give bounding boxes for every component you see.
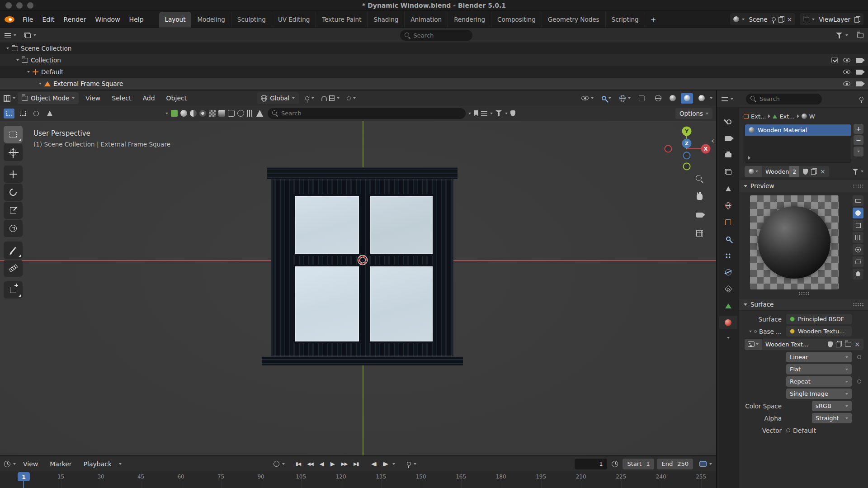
outliner-editor-type-icon[interactable] [5, 33, 11, 38]
shading-rendered-button[interactable] [695, 93, 708, 104]
material-filter-icon[interactable] [852, 169, 859, 175]
pin-scene-icon[interactable] [772, 17, 776, 21]
curve-falloff-icon[interactable] [237, 110, 244, 117]
outliner-row-label[interactable]: Scene Collection [21, 45, 71, 52]
close-window-button[interactable] [5, 2, 12, 9]
snap-target-icon[interactable] [329, 95, 335, 101]
menu-edit[interactable]: Edit [38, 14, 59, 25]
play-reverse-button[interactable]: ◀ [318, 459, 326, 469]
bookmark-icon[interactable] [474, 110, 478, 116]
tab-texture-paint[interactable]: Texture Paint [316, 12, 368, 28]
auto-keying-icon[interactable] [274, 461, 279, 467]
unlink-image-icon[interactable]: × [854, 341, 860, 347]
remove-material-slot-button[interactable]: − [854, 135, 863, 145]
preview-cube-button[interactable] [853, 220, 863, 231]
preview-shaderball-button[interactable] [853, 244, 863, 255]
browse-image-button[interactable] [745, 339, 762, 350]
vector-value[interactable]: Default [793, 427, 816, 434]
breadcrumb-data[interactable]: Ext... [779, 113, 794, 120]
menu-render[interactable]: Render [59, 14, 91, 25]
frame-step-caret-icon[interactable] [392, 463, 395, 465]
collection-exclude-checkbox[interactable] [831, 57, 838, 63]
previous-keyframe-button[interactable]: ◀◀ [305, 460, 315, 468]
snap-toggle-icon[interactable] [321, 96, 327, 101]
tab-sculpting[interactable]: Sculpting [231, 12, 272, 28]
shading-wireframe-button[interactable] [652, 93, 664, 104]
viewport-menu-object[interactable]: Object [162, 93, 192, 104]
unlink-scene-icon[interactable]: × [787, 16, 793, 23]
outliner-search-input[interactable] [414, 32, 468, 39]
browse-material-button[interactable] [745, 166, 762, 177]
properties-tab-output[interactable] [719, 148, 737, 162]
new-image-icon[interactable] [836, 341, 842, 347]
material-slot-row[interactable]: Wooden Material [745, 124, 851, 136]
shading-caret-icon[interactable] [710, 97, 712, 99]
properties-tab-modifiers[interactable] [719, 232, 737, 246]
playback-caret-icon[interactable] [119, 463, 122, 465]
hide-in-viewport-icon[interactable] [843, 70, 850, 74]
frame-start-field[interactable]: Start 1 [623, 459, 654, 469]
fake-user-icon[interactable] [803, 169, 808, 175]
minimize-window-button[interactable] [16, 2, 23, 9]
outliner-display-mode-icon[interactable] [24, 33, 31, 38]
new-view-layer-icon[interactable] [854, 16, 860, 23]
resize-handle-icon[interactable] [798, 291, 809, 295]
outliner-row-scene-collection[interactable]: Scene Collection [0, 43, 868, 54]
jump-to-start-button[interactable]: ▮◀ [294, 460, 302, 468]
shield-icon[interactable] [510, 110, 515, 116]
disable-in-renders-icon[interactable] [856, 81, 863, 86]
view-layer-name[interactable]: ViewLayer [817, 16, 852, 23]
brush-dropdown-caret-icon[interactable] [165, 113, 168, 114]
projection-dropdown[interactable]: Flat [786, 364, 852, 374]
tool-select-box[interactable] [4, 126, 23, 143]
new-collection-button[interactable] [857, 33, 863, 38]
disable-in-renders-icon[interactable] [856, 70, 863, 75]
gizmo-axis-z[interactable]: Z [682, 139, 692, 148]
gizmo-axis-z-negative[interactable] [683, 152, 691, 160]
view-layer-browse-caret-icon[interactable] [812, 19, 815, 20]
timeline-editor-type-icon[interactable] [4, 461, 10, 467]
cube-icon[interactable] [171, 110, 178, 117]
scene-selector[interactable]: Scene × [730, 13, 795, 25]
properties-editor-type-icon[interactable] [722, 96, 728, 102]
source-dropdown[interactable]: Single Image [786, 389, 852, 399]
timeline-ruler[interactable]: 1 15304560759010512013515016518019521022… [0, 471, 716, 488]
filter-caret-icon[interactable] [505, 113, 508, 114]
fake-user-icon[interactable] [828, 341, 833, 347]
auto-keying-caret-icon[interactable] [282, 463, 285, 465]
tool-transform[interactable] [4, 220, 23, 237]
play-button[interactable]: ▶ [329, 459, 337, 469]
disclosure-icon[interactable] [16, 59, 19, 61]
use-preview-range-icon[interactable] [612, 461, 618, 467]
zoom-button[interactable] [693, 172, 706, 185]
material-name-field[interactable]: Wooden... [762, 166, 789, 177]
hide-in-viewport-icon[interactable] [843, 81, 850, 86]
extension-dropdown[interactable]: Repeat [786, 376, 852, 387]
window-3d-model[interactable] [267, 167, 458, 365]
drag-handle-icon[interactable] [853, 303, 863, 307]
outliner-row-label[interactable]: Default [41, 68, 63, 76]
material-slot-list[interactable]: Wooden Material [745, 124, 851, 163]
current-frame-field[interactable]: 1 [575, 459, 607, 469]
select-mode-box-button[interactable] [17, 109, 28, 118]
radius-icon[interactable] [199, 110, 206, 117]
tool-search[interactable] [268, 108, 466, 119]
hide-in-viewport-icon[interactable] [843, 58, 850, 62]
properties-tab-tool[interactable] [719, 115, 737, 128]
properties-tab-particles[interactable] [719, 249, 737, 262]
breadcrumb-material[interactable]: W [809, 113, 815, 120]
outliner-display-mode-caret-icon[interactable] [33, 34, 36, 36]
cursor-tool-icon[interactable] [256, 110, 263, 117]
properties-tab-view-layer[interactable] [719, 165, 737, 179]
texture-checker-icon[interactable] [209, 110, 216, 117]
filter-icon[interactable] [495, 110, 502, 116]
tool-annotate[interactable] [4, 242, 23, 259]
preview-sphere-button[interactable] [853, 208, 863, 218]
keying-set-caret-icon[interactable] [414, 463, 416, 465]
gizmo-axis-y-negative[interactable] [683, 163, 691, 171]
jump-to-end-button[interactable]: ▶▮ [352, 460, 360, 468]
preview-section-header[interactable]: Preview [739, 180, 868, 192]
tool-move[interactable] [4, 166, 23, 183]
gizmo-axis-x[interactable]: X [701, 144, 711, 154]
properties-tab-scene[interactable] [719, 182, 737, 195]
